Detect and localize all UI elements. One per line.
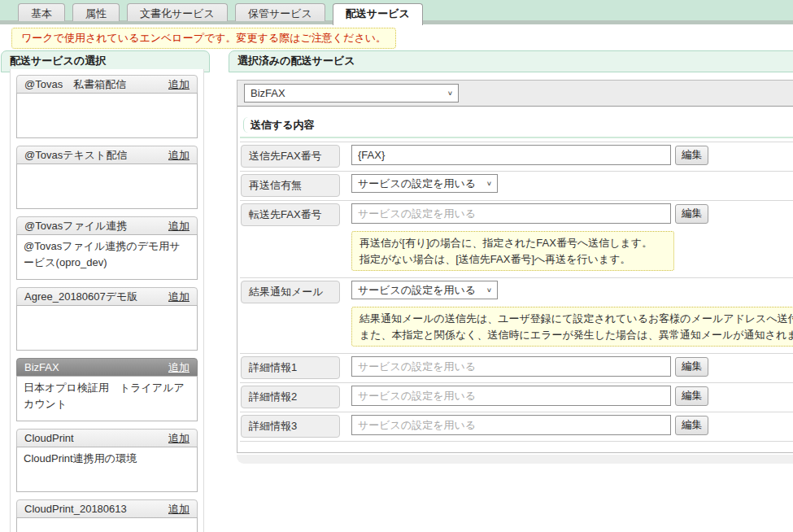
fax-to-label: 送信先FAX番号 (241, 145, 340, 168)
service-description (16, 517, 198, 532)
selected-service-value: BizFAX (251, 87, 285, 99)
section-header: 送信する内容 (240, 116, 793, 138)
forward-fax-edit-button[interactable]: 編集 (675, 204, 708, 224)
service-item: CloudPrint_20180613追加 (16, 499, 198, 532)
detail1-field: 編集 (351, 355, 708, 377)
service-item: CloudPrint追加CloudPrint連携用の環境 (16, 429, 198, 492)
service-item-header: @Tovasファイル連携追加 (16, 216, 198, 235)
add-link[interactable]: 追加 (168, 360, 190, 375)
form-row-detail1: 詳細情報1編集 (240, 354, 793, 383)
service-item-header: CloudPrint_20180613追加 (16, 499, 198, 518)
detail2-label: 詳細情報2 (241, 386, 340, 408)
tab-属性[interactable]: 属性 (72, 3, 120, 21)
selected-service-dropdown[interactable]: BizFAX ∨ (244, 84, 459, 102)
service-settings-box: BizFAX ∨ 送信する内容 送信先FAX番号編集再送信有無サービスの設定を用… (237, 80, 793, 453)
service-item: @Tovasファイル連携追加@Tovasファイル連携のデモ用サービス(opro_… (16, 216, 198, 280)
fax-to-field: 編集 (351, 144, 708, 165)
resend-field: サービスの設定を用いる∨ (351, 173, 498, 193)
tab-bar: 基本属性文書化サービス保管サービス配送サービス (0, 0, 793, 24)
service-item: BizFAX追加日本オプロ検証用 トライアルアカウント (16, 358, 198, 421)
add-link[interactable]: 追加 (168, 431, 190, 446)
service-item: @Tovas 私書箱配信追加 (16, 75, 198, 138)
right-panel-body: BizFAX ∨ 送信する内容 送信先FAX番号編集再送信有無サービスの設定を用… (229, 72, 793, 465)
fax-to-input[interactable] (351, 145, 671, 165)
detail1-label: 詳細情報1 (241, 356, 340, 379)
detail3-field: 編集 (351, 414, 708, 435)
tab-strip: 基本属性文書化サービス保管サービス配送サービス (18, 3, 430, 25)
add-link[interactable]: 追加 (168, 219, 190, 233)
selected-delivery-service-panel: 選択済みの配送サービス BizFAX ∨ 送信する内容 送信先FAX番号編集再送… (229, 50, 793, 465)
service-item-header: BizFAX追加 (16, 358, 198, 377)
service-item-header: @Tovas 私書箱配信追加 (16, 75, 198, 94)
detail2-edit-button[interactable]: 編集 (675, 386, 708, 406)
add-link[interactable]: 追加 (168, 502, 190, 517)
result-mail-select[interactable]: サービスの設定を用いる∨ (351, 281, 498, 299)
service-item: @Tovasテキスト配信追加 (16, 146, 198, 209)
form-row-resend: 再送信有無サービスの設定を用いる∨ (240, 172, 793, 201)
delivery-service-selection-panel: 配送サービスの選択 @Tovas 私書箱配信追加@Tovasテキスト配信追加@T… (1, 50, 210, 532)
service-item-header: @Tovasテキスト配信追加 (16, 146, 198, 164)
tab-保管サービス[interactable]: 保管サービス (235, 3, 325, 21)
service-item-header: Agree_20180607デモ版追加 (16, 287, 198, 306)
detail2-field: 編集 (351, 385, 708, 406)
service-name: BizFAX (24, 361, 59, 373)
form-row-detail2: 詳細情報2編集 (240, 383, 793, 412)
service-description (16, 164, 198, 209)
form-row-fax-to: 送信先FAX番号編集 (240, 142, 793, 172)
service-description: @Tovasファイル連携のデモ用サービス(opro_dev) (16, 234, 198, 280)
result-mail-note: 結果通知メールの送信先は、ユーザ登録にて設定されているお客様のメールアドレスへ送… (351, 307, 793, 347)
service-list: @Tovas 私書箱配信追加@Tovasテキスト配信追加@Tovasファイル連携… (10, 69, 204, 532)
form-row-detail3: 詳細情報3編集 (240, 412, 793, 442)
panel-footer (237, 455, 793, 464)
service-description (16, 93, 198, 138)
resend-label: 再送信有無 (241, 174, 340, 197)
forward-fax-label: 転送先FAX番号 (241, 203, 340, 226)
service-description: CloudPrint連携用の環境 (16, 447, 198, 492)
service-item: Agree_20180607デモ版追加 (16, 287, 198, 351)
form-row-forward-fax: 転送先FAX番号編集再送信が[有り]の場合に、指定されたFAX番号へ送信します。… (240, 201, 793, 278)
tab-配送サービス[interactable]: 配送サービス (333, 3, 423, 25)
forward-fax-field: 編集再送信が[有り]の場合に、指定されたFAX番号へ送信します。指定がない場合は… (351, 203, 708, 275)
forward-fax-input[interactable] (351, 203, 671, 224)
forward-fax-note: 再送信が[有り]の場合に、指定されたFAX番号へ送信します。指定がない場合は、[… (351, 231, 674, 271)
result-mail-select-value: サービスの設定を用いる (358, 283, 476, 298)
result-mail-field: サービスの設定を用いる∨結果通知メールの送信先は、ユーザ登録にて設定されているお… (351, 280, 793, 351)
add-link[interactable]: 追加 (168, 77, 190, 92)
service-name: CloudPrint (24, 432, 74, 444)
warning-banner: ワークで使用されているエンベロープです。変更する際はご注意ください。 (11, 28, 396, 49)
tab-基本[interactable]: 基本 (18, 3, 65, 21)
detail3-edit-button[interactable]: 編集 (675, 416, 708, 435)
result-mail-label: 結果通知メール (241, 281, 340, 303)
chevron-down-icon: ∨ (486, 180, 492, 187)
service-description: 日本オプロ検証用 トライアルアカウント (16, 376, 198, 421)
form-row-result-mail: 結果通知メールサービスの設定を用いる∨結果通知メールの送信先は、ユーザ登録にて設… (240, 278, 793, 354)
add-link[interactable]: 追加 (168, 148, 190, 163)
form-rows: 送信先FAX番号編集再送信有無サービスの設定を用いる∨転送先FAX番号編集再送信… (240, 142, 793, 442)
service-description (16, 305, 198, 351)
chevron-down-icon: ∨ (447, 89, 453, 97)
send-content-section: 送信する内容 送信先FAX番号編集再送信有無サービスの設定を用いる∨転送先FAX… (237, 107, 793, 452)
service-name: @Tovasテキスト配信 (24, 148, 127, 163)
service-name: @Tovas 私書箱配信 (24, 77, 126, 92)
service-item-header: CloudPrint追加 (16, 429, 198, 447)
detail1-edit-button[interactable]: 編集 (675, 357, 708, 377)
chevron-down-icon: ∨ (486, 286, 492, 294)
detail2-input[interactable] (351, 386, 671, 406)
detail3-label: 詳細情報3 (241, 415, 340, 438)
service-name: Agree_20180607デモ版 (24, 290, 137, 304)
fax-to-edit-button[interactable]: 編集 (675, 146, 708, 165)
right-panel-title: 選択済みの配送サービス (229, 50, 793, 72)
resend-select[interactable]: サービスの設定を用いる∨ (351, 174, 498, 193)
tab-文書化サービス[interactable]: 文書化サービス (127, 3, 228, 21)
detail3-input[interactable] (351, 415, 671, 435)
resend-select-value: サービスの設定を用いる (358, 177, 476, 191)
service-name: @Tovasファイル連携 (24, 219, 127, 233)
service-name: CloudPrint_20180613 (24, 503, 127, 515)
add-link[interactable]: 追加 (168, 290, 190, 304)
detail1-input[interactable] (351, 356, 671, 377)
section-title: 送信する内容 (243, 117, 318, 133)
service-select-bar: BizFAX ∨ (237, 81, 793, 107)
